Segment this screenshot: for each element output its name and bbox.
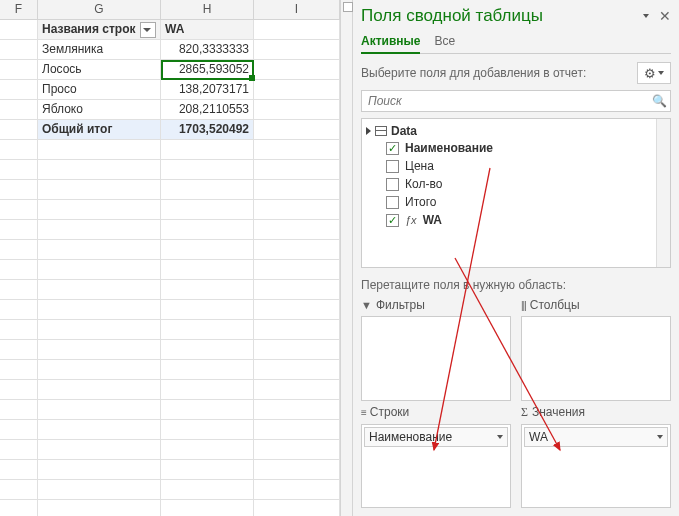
zone-filters[interactable] (361, 316, 511, 401)
checkbox-icon[interactable] (386, 160, 399, 173)
fx-icon: ƒx (405, 214, 417, 226)
zone-item-values[interactable]: WA (524, 427, 668, 447)
chevron-down-icon[interactable] (497, 435, 503, 439)
filter-dropdown-icon[interactable] (140, 22, 156, 38)
pivot-fields-panel: Поля сводной таблицы ✕ Активные Все Выбе… (353, 0, 679, 516)
chevron-down-icon[interactable] (657, 435, 663, 439)
checkbox-icon[interactable] (386, 214, 399, 227)
columns-icon: ||| (521, 300, 526, 311)
tab-all-fields[interactable]: Все (434, 32, 455, 53)
cell[interactable] (0, 20, 38, 39)
field-item[interactable]: Цена (366, 157, 666, 175)
field-item[interactable]: Итого (366, 193, 666, 211)
field-item[interactable]: ƒxWA (366, 211, 666, 229)
vertical-scrollbar[interactable] (341, 0, 353, 516)
gear-icon: ⚙ (644, 66, 656, 81)
col-H[interactable]: H (161, 0, 254, 19)
spreadsheet-grid[interactable]: F G H I Названия строк WA Земляника 820,… (0, 0, 341, 516)
pivot-row-value[interactable]: 208,2110553 (161, 100, 254, 119)
collapse-icon[interactable] (366, 127, 371, 135)
zone-values-label: ΣЗначения (521, 405, 671, 420)
instruction-text: Выберите поля для добавления в отчет: (361, 66, 586, 80)
drag-hint: Перетащите поля в нужную область: (361, 278, 671, 292)
pivot-row-label[interactable]: Земляника (38, 40, 161, 59)
close-panel-icon[interactable]: ✕ (659, 8, 671, 24)
fields-scrollbar[interactable] (656, 119, 670, 267)
layout-options-button[interactable]: ⚙ (637, 62, 671, 84)
checkbox-icon[interactable] (386, 196, 399, 209)
field-item[interactable]: Наименование (366, 139, 666, 157)
field-item[interactable]: Кол-во (366, 175, 666, 193)
field-search[interactable]: 🔍 (361, 90, 671, 112)
table-icon (375, 126, 387, 136)
zone-filters-label: ▼Фильтры (361, 298, 511, 312)
pivot-row-label[interactable]: Лосось (38, 60, 161, 79)
zone-rows[interactable]: Наименование (361, 424, 511, 509)
sigma-icon: Σ (521, 405, 528, 420)
pivot-row-value[interactable]: 2865,593052 (161, 60, 254, 79)
search-input[interactable] (362, 91, 648, 111)
pivot-total-value[interactable]: 1703,520492 (161, 120, 254, 139)
col-F[interactable]: F (0, 0, 38, 19)
pivot-row-value[interactable]: 138,2073171 (161, 80, 254, 99)
funnel-icon: ▼ (361, 299, 372, 311)
pivot-total-label[interactable]: Общий итог (38, 120, 161, 139)
checkbox-icon[interactable] (386, 178, 399, 191)
zone-values[interactable]: WA (521, 424, 671, 509)
pivot-row-label[interactable]: Просо (38, 80, 161, 99)
col-I[interactable]: I (254, 0, 340, 19)
pivot-row-label[interactable]: Яблоко (38, 100, 161, 119)
rows-icon: ≡ (361, 407, 366, 418)
fields-list[interactable]: Data Наименование Цена Кол-во Итого ƒxWA (361, 118, 671, 268)
column-headers: F G H I (0, 0, 340, 20)
zone-columns-label: |||Столбцы (521, 298, 671, 312)
tab-active-fields[interactable]: Активные (361, 32, 420, 54)
search-icon[interactable]: 🔍 (648, 91, 670, 111)
pivot-header-rows[interactable]: Названия строк (38, 20, 161, 39)
zone-rows-label: ≡Строки (361, 405, 511, 420)
zone-columns[interactable] (521, 316, 671, 401)
panel-title: Поля сводной таблицы (361, 6, 543, 26)
fields-root[interactable]: Data (366, 123, 666, 139)
col-G[interactable]: G (38, 0, 161, 19)
zone-item-rows[interactable]: Наименование (364, 427, 508, 447)
checkbox-icon[interactable] (386, 142, 399, 155)
panel-tabs: Активные Все (361, 32, 671, 54)
pivot-row-value[interactable]: 820,3333333 (161, 40, 254, 59)
panel-menu-icon[interactable] (643, 14, 649, 18)
cell[interactable] (254, 20, 340, 39)
pivot-header-value[interactable]: WA (161, 20, 254, 39)
